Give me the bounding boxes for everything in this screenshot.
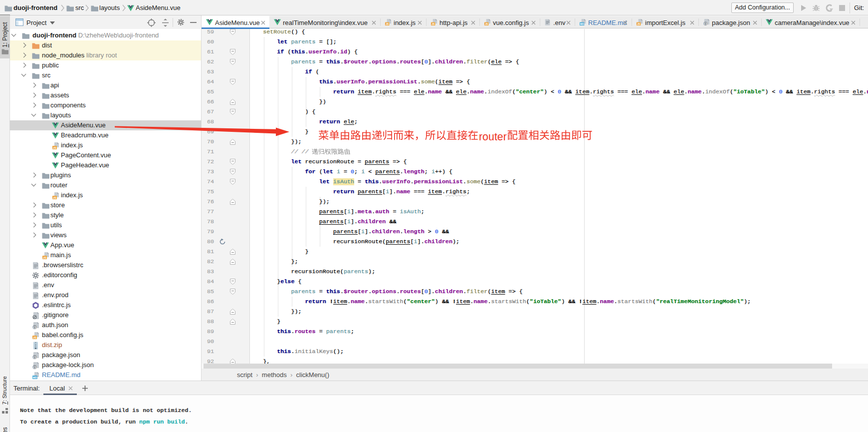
svg-text:JS: JS xyxy=(53,146,56,149)
svg-text:{}: {} xyxy=(704,22,707,25)
svg-text:{}: {} xyxy=(33,326,37,329)
svg-text:JS: JS xyxy=(53,196,56,199)
svg-text:JS: JS xyxy=(386,22,389,25)
svg-text:JS: JS xyxy=(432,22,435,25)
svg-text:{}: {} xyxy=(33,356,37,359)
svg-text:JS: JS xyxy=(43,256,46,259)
svg-text:{}: {} xyxy=(33,366,37,369)
svg-text:JS: JS xyxy=(33,336,36,339)
svg-text:MD: MD xyxy=(580,22,584,25)
svg-text:JS: JS xyxy=(485,22,488,25)
svg-text:JS: JS xyxy=(637,22,641,25)
svg-text:MD: MD xyxy=(33,376,37,379)
